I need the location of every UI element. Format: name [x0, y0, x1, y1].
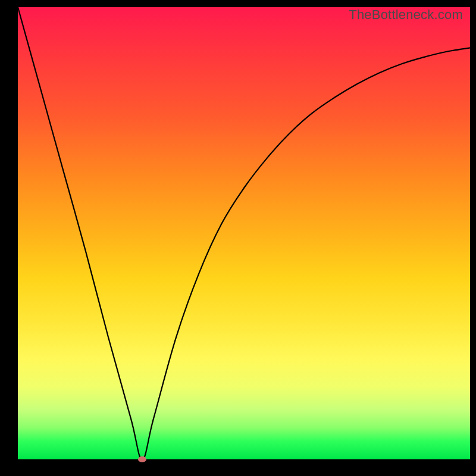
- curve-path: [18, 7, 470, 459]
- bottleneck-curve: [18, 7, 470, 459]
- plot-area: TheBottleneck.com: [18, 7, 470, 459]
- chart-frame: TheBottleneck.com: [0, 0, 476, 476]
- minimum-marker: [138, 456, 146, 462]
